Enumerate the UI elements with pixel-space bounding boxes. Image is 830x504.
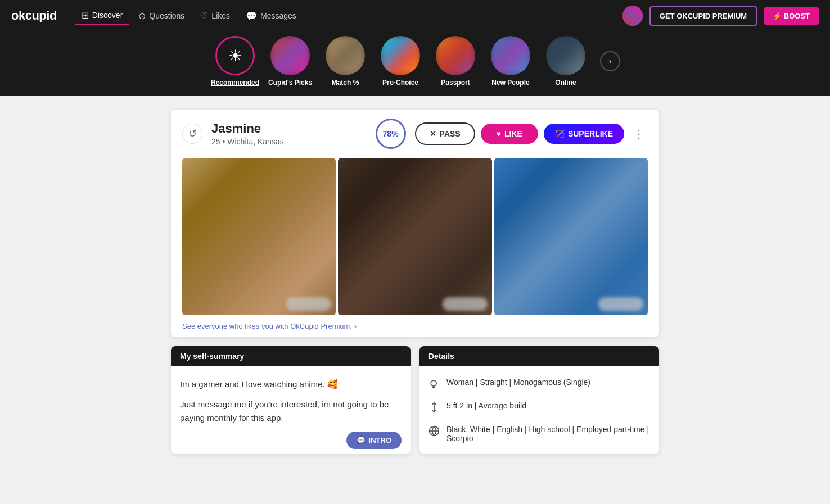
profile-location: 25 • Wichita, Kansas	[211, 137, 367, 146]
category-label-pro-choice: Pro-Choice	[382, 79, 418, 87]
category-passport[interactable]: Passport	[430, 36, 481, 87]
profile-info: Jasmine 25 • Wichita, Kansas	[211, 121, 367, 146]
category-online[interactable]: Online	[540, 36, 591, 87]
category-thumb-new-people	[491, 36, 530, 75]
profile-header: ↺ Jasmine 25 • Wichita, Kansas 78% ✕ PAS…	[171, 110, 659, 158]
details-list: Woman | Straight | Monogamous (Single) 5…	[428, 378, 650, 443]
pass-x-icon: ✕	[430, 129, 436, 138]
discover-icon: ⊞	[82, 10, 89, 21]
category-label-passport: Passport	[441, 79, 470, 87]
category-pro-choice[interactable]: Pro-Choice	[375, 36, 426, 87]
likes-icon: ♡	[200, 11, 208, 21]
category-match[interactable]: Match %	[320, 36, 371, 87]
details-header: Details	[419, 346, 659, 366]
category-label-match: Match %	[332, 79, 359, 87]
globe-icon	[428, 425, 440, 439]
main-content: ↺ Jasmine 25 • Wichita, Kansas 78% ✕ PAS…	[162, 110, 668, 454]
height-icon	[428, 402, 440, 416]
pass-button[interactable]: ✕ PASS	[415, 122, 475, 145]
category-label-online: Online	[555, 79, 576, 87]
undo-button[interactable]: ↺	[182, 124, 202, 144]
category-new-people[interactable]: New People	[485, 36, 536, 87]
category-recommended[interactable]: ☀ Recommended	[210, 36, 260, 87]
photo-2[interactable]	[338, 158, 491, 315]
details-body: Woman | Straight | Monogamous (Single) 5…	[419, 366, 659, 454]
action-buttons: ✕ PASS ♥ LIKE 🏹 SUPERLIKE ⋮	[415, 122, 648, 145]
app-logo: okcupid	[11, 8, 57, 23]
category-label-cupids-picks: Cupid's Picks	[268, 79, 312, 87]
photo-3[interactable]	[494, 158, 648, 315]
category-thumb-online	[546, 36, 585, 75]
category-thumb-match	[326, 36, 365, 75]
self-summary-body: Im a gamer and I love watching anime. 🥰 …	[171, 366, 411, 443]
category-cupids-picks[interactable]: Cupid's Picks	[265, 36, 315, 87]
nav-likes[interactable]: ♡ Likes	[193, 7, 237, 25]
nav-discover[interactable]: ⊞ Discover	[75, 7, 129, 25]
intro-button[interactable]: 💬 INTRO	[346, 432, 402, 449]
profile-sections: My self-summary Im a gamer and I love wa…	[171, 346, 659, 454]
photo-1[interactable]	[182, 158, 336, 315]
svg-point-0	[431, 380, 436, 386]
match-percentage: 78%	[376, 119, 406, 149]
messages-icon: 💬	[246, 11, 257, 21]
self-summary-header: My self-summary	[171, 346, 411, 366]
profile-card: ↺ Jasmine 25 • Wichita, Kansas 78% ✕ PAS…	[171, 110, 659, 337]
detail-background: Black, White | English | High school | E…	[428, 425, 650, 443]
category-label-recommended: Recommended	[211, 79, 259, 87]
boost-button[interactable]: ⚡ BOOST	[764, 7, 819, 25]
self-summary-text: Im a gamer and I love watching anime. 🥰 …	[180, 378, 402, 425]
topbar: okcupid ⊞ Discover ⊙ Questions ♡ Likes 💬…	[0, 0, 830, 31]
questions-icon: ⊙	[138, 11, 146, 21]
like-button[interactable]: ♥ LIKE	[481, 124, 538, 144]
category-thumb-recommended: ☀	[215, 36, 255, 75]
category-thumb-pro-choice	[381, 36, 420, 75]
more-options-button[interactable]: ⋮	[630, 125, 648, 143]
intro-chat-icon: 💬	[357, 436, 366, 444]
avatar[interactable]	[622, 6, 643, 26]
self-summary-card: My self-summary Im a gamer and I love wa…	[171, 346, 411, 454]
category-label-new-people: New People	[491, 79, 529, 87]
nav-messages[interactable]: 💬 Messages	[239, 7, 303, 25]
category-bar: ☀ Recommended Cupid's Picks Match % Pro-…	[0, 31, 830, 96]
like-heart-icon: ♥	[497, 129, 501, 138]
nav-questions[interactable]: ⊙ Questions	[132, 7, 191, 25]
topbar-right: GET OKCUPID PREMIUM ⚡ BOOST	[622, 6, 819, 26]
gender-icon	[428, 378, 440, 392]
premium-promo[interactable]: See everyone who likes you with OkCupid …	[171, 315, 659, 337]
detail-gender: Woman | Straight | Monogamous (Single)	[428, 378, 650, 392]
profile-photos	[182, 158, 648, 315]
recommended-icon: ☀	[228, 47, 242, 65]
details-card: Details Woman | Straight | Monogamous (S…	[419, 346, 659, 454]
premium-button[interactable]: GET OKCUPID PREMIUM	[649, 6, 757, 26]
profile-name: Jasmine	[211, 121, 367, 136]
superlike-button[interactable]: 🏹 SUPERLIKE	[544, 124, 624, 144]
category-next-button[interactable]: ›	[600, 51, 620, 71]
category-thumb-cupids-picks	[270, 36, 310, 75]
detail-height: 5 ft 2 in | Average build	[428, 401, 650, 416]
main-nav: ⊞ Discover ⊙ Questions ♡ Likes 💬 Message…	[75, 7, 609, 25]
category-thumb-passport	[436, 36, 475, 75]
superlike-icon: 🏹	[555, 129, 565, 138]
